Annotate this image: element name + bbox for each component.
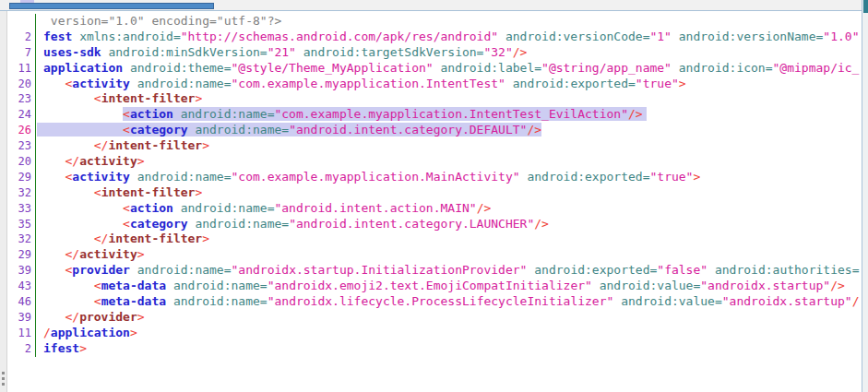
line-number: 43: [12, 279, 36, 294]
code-text: <category android:name="android.intent.c…: [36, 123, 862, 138]
line-number: 2: [12, 341, 36, 357]
code-text: </intent-filter>: [36, 138, 862, 154]
code-line[interactable]: 24 <action android:name="com.example.mya…: [12, 107, 862, 123]
splitter-grip-dot[interactable]: [2, 383, 5, 386]
code-text: ifest>: [36, 341, 862, 357]
code-line[interactable]: version="1.0" encoding="utf-8"?>: [12, 14, 862, 30]
code-line[interactable]: 11application android:theme="@style/Them…: [12, 61, 862, 77]
code-line[interactable]: 20 </activity>: [12, 154, 862, 170]
code-text: </intent-filter>: [36, 232, 862, 247]
code-text: <category android:name="android.intent.c…: [36, 217, 862, 232]
code-text: /application>: [36, 326, 862, 341]
line-number: [12, 14, 36, 30]
line-number: 33: [12, 201, 36, 217]
code-text: version="1.0" encoding="utf-8"?>: [36, 14, 862, 30]
code-text: </provider>: [36, 310, 862, 326]
code-line[interactable]: 7uses-sdk android:minSdkVersion="21" and…: [12, 45, 862, 61]
code-line[interactable]: 23 <intent-filter>: [12, 91, 862, 107]
code-line[interactable]: 46 <meta-data android:name="androidx.lif…: [12, 294, 862, 310]
code-text: fest xmlns:android="http://schemas.andro…: [36, 30, 862, 45]
line-number: 29: [12, 247, 36, 263]
left-splitter[interactable]: [0, 11, 7, 392]
line-number: 23: [12, 138, 36, 154]
code-text: <activity android:name="com.example.myap…: [36, 77, 862, 92]
xml-viewer-window: version="1.0" encoding="utf-8"?>2fest xm…: [0, 0, 868, 392]
selected-text: <action android:name="com.example.myappl…: [123, 107, 647, 121]
code-text: <meta-data android:name="androidx.emoji2…: [36, 279, 862, 294]
decorative-fragment: [20, 0, 34, 3]
line-number: 20: [12, 154, 36, 170]
code-text: </activity>: [36, 154, 862, 170]
line-number: 35: [12, 217, 36, 232]
current-line-number: 26: [12, 123, 36, 138]
line-number: 23: [12, 91, 36, 107]
code-line[interactable]: 26 <category android:name="android.inten…: [12, 123, 862, 138]
line-number: 39: [12, 263, 36, 279]
code-line[interactable]: 32 </intent-filter>: [12, 232, 862, 247]
code-text: <action android:name="android.intent.act…: [36, 201, 862, 217]
code-line[interactable]: 29 <activity android:name="com.example.m…: [12, 170, 862, 185]
line-number: 2: [12, 30, 36, 45]
code-line[interactable]: 2fest xmlns:android="http://schemas.andr…: [12, 30, 862, 45]
code-line[interactable]: 23 </intent-filter>: [12, 138, 862, 154]
line-number: 32: [12, 232, 36, 247]
selected-text: <category android:name="android.intent.c…: [37, 123, 541, 137]
code-text: application android:theme="@style/Theme_…: [36, 61, 862, 77]
line-number: 11: [12, 326, 36, 341]
code-line[interactable]: 33 <action android:name="android.intent.…: [12, 201, 862, 217]
code-text: uses-sdk android:minSdkVersion="21" andr…: [36, 45, 862, 61]
code-line[interactable]: 35 <category android:name="android.inten…: [12, 217, 862, 232]
code-line[interactable]: 39 </provider>: [12, 310, 862, 326]
code-text: <activity android:name="com.example.myap…: [36, 170, 862, 185]
code-line[interactable]: 39 <provider android:name="androidx.star…: [12, 263, 862, 279]
vertical-scrollbar-thumb[interactable]: [863, 0, 868, 13]
code-line[interactable]: 29 </activity>: [12, 247, 862, 263]
code-text: <action android:name="com.example.myappl…: [36, 107, 862, 123]
code-text: <meta-data android:name="androidx.lifecy…: [36, 294, 862, 310]
horizontal-scrollbar-thumb[interactable]: [9, 3, 214, 9]
horizontal-scrollbar[interactable]: [0, 0, 868, 11]
line-number: 7: [12, 45, 36, 61]
line-number: 32: [12, 185, 36, 201]
line-number: 11: [12, 61, 36, 77]
line-number: 46: [12, 294, 36, 310]
line-number: 24: [12, 107, 36, 123]
vertical-scrollbar[interactable]: [862, 0, 868, 392]
line-number: 39: [12, 310, 36, 326]
code-line[interactable]: 2ifest>: [12, 341, 862, 357]
code-line[interactable]: 43 <meta-data android:name="androidx.emo…: [12, 279, 862, 294]
code-line[interactable]: 11/application>: [12, 326, 862, 341]
code-text: <intent-filter>: [36, 91, 862, 107]
code-line[interactable]: 32 <intent-filter>: [12, 185, 862, 201]
xml-code-editor[interactable]: version="1.0" encoding="utf-8"?>2fest xm…: [12, 12, 862, 392]
line-number: 29: [12, 170, 36, 185]
splitter-grip-dot[interactable]: [2, 377, 5, 380]
line-number: 20: [12, 77, 36, 92]
code-line[interactable]: 20 <activity android:name="com.example.m…: [12, 77, 862, 92]
code-text: <intent-filter>: [36, 185, 862, 201]
code-text: </activity>: [36, 247, 862, 263]
code-text: <provider android:name="androidx.startup…: [36, 263, 862, 279]
splitter-grip-dot[interactable]: [2, 372, 5, 374]
